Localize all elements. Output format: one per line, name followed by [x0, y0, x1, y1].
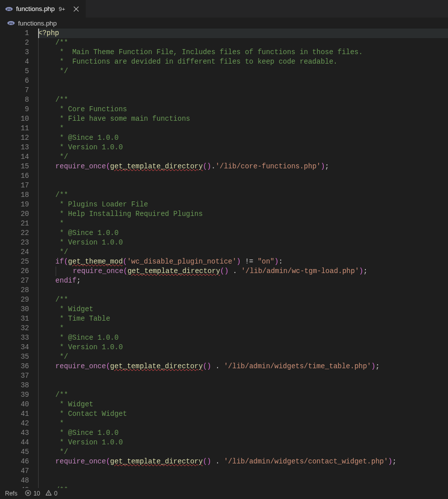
line-number[interactable]: 14: [7, 152, 29, 162]
code-line[interactable]: *: [38, 124, 448, 133]
line-number[interactable]: 2: [7, 38, 29, 48]
code-line[interactable]: *: [38, 324, 448, 333]
code-line[interactable]: */: [38, 67, 448, 76]
tab-close-button[interactable]: [72, 5, 80, 13]
code-line[interactable]: * @Since 1.0.0: [38, 133, 448, 143]
glyph-margin[interactable]: [0, 29, 7, 488]
line-number[interactable]: 28: [7, 286, 29, 295]
minimap[interactable]: [441, 29, 448, 488]
editor-tab-functions[interactable]: php functions.php 9+: [0, 0, 86, 18]
line-number[interactable]: 33: [7, 333, 29, 343]
code-line[interactable]: * Plugins Loader File: [38, 200, 448, 209]
code-line[interactable]: [38, 381, 448, 390]
code-line[interactable]: /**: [38, 390, 448, 400]
code-line[interactable]: require_once(get_template_directory() . …: [38, 457, 448, 466]
code-line[interactable]: [38, 171, 448, 181]
code-line[interactable]: * @Since 1.0.0: [38, 428, 448, 438]
code-line[interactable]: * Version 1.0.0: [38, 343, 448, 352]
code-line[interactable]: [38, 371, 448, 381]
line-number[interactable]: 23: [7, 238, 29, 247]
line-number-gutter[interactable]: 1234567891011121314151617181920212223242…: [7, 29, 38, 488]
line-number[interactable]: 29: [7, 295, 29, 305]
line-number[interactable]: 13: [7, 143, 29, 152]
code-line[interactable]: [38, 286, 448, 295]
code-line[interactable]: */: [38, 152, 448, 162]
code-line[interactable]: * Widget: [38, 305, 448, 314]
code-line[interactable]: [38, 466, 448, 476]
line-number[interactable]: 46: [7, 457, 29, 466]
line-number[interactable]: 38: [7, 381, 29, 390]
code-line[interactable]: * Time Table: [38, 314, 448, 324]
line-number[interactable]: 39: [7, 390, 29, 400]
line-number[interactable]: 40: [7, 400, 29, 409]
line-number[interactable]: 26: [7, 267, 29, 276]
breadcrumb[interactable]: php functions.php: [0, 18, 448, 29]
code-line[interactable]: * Core Functions: [38, 105, 448, 114]
line-number[interactable]: 47: [7, 466, 29, 476]
code-line[interactable]: * File have some main functions: [38, 114, 448, 124]
line-number[interactable]: 10: [7, 114, 29, 124]
code-line[interactable]: * @Since 1.0.0: [38, 228, 448, 238]
line-number[interactable]: 1: [7, 29, 29, 38]
line-number[interactable]: 42: [7, 419, 29, 428]
line-number[interactable]: 41: [7, 409, 29, 419]
line-number[interactable]: 34: [7, 343, 29, 352]
line-number[interactable]: 19: [7, 200, 29, 209]
code-line[interactable]: * Contact Widget: [38, 409, 448, 419]
line-number[interactable]: 20: [7, 209, 29, 219]
code-line[interactable]: /**: [38, 95, 448, 105]
line-number[interactable]: 16: [7, 171, 29, 181]
code-line[interactable]: <?php: [38, 29, 448, 38]
line-number[interactable]: 12: [7, 133, 29, 143]
line-number[interactable]: 24: [7, 247, 29, 257]
code-line[interactable]: * Functions are devided in different fil…: [38, 57, 448, 67]
line-number[interactable]: 25: [7, 257, 29, 267]
code-line[interactable]: /**: [38, 38, 448, 48]
line-number[interactable]: 32: [7, 324, 29, 333]
line-number[interactable]: 27: [7, 276, 29, 286]
code-line[interactable]: /**: [38, 190, 448, 200]
code-line[interactable]: [38, 181, 448, 190]
code-line[interactable]: require_once(get_template_directory().'/…: [38, 162, 448, 171]
line-number[interactable]: 11: [7, 124, 29, 133]
line-number[interactable]: 3: [7, 48, 29, 57]
line-number[interactable]: 35: [7, 352, 29, 362]
line-number[interactable]: 15: [7, 162, 29, 171]
line-number[interactable]: 21: [7, 219, 29, 228]
code-line[interactable]: [38, 476, 448, 485]
line-number[interactable]: 18: [7, 190, 29, 200]
code-line[interactable]: *: [38, 419, 448, 428]
line-number[interactable]: 37: [7, 371, 29, 381]
status-refs[interactable]: Refs: [5, 490, 18, 497]
line-number[interactable]: 31: [7, 314, 29, 324]
line-number[interactable]: 44: [7, 438, 29, 447]
code-line[interactable]: * @Since 1.0.0: [38, 333, 448, 343]
line-number[interactable]: 8: [7, 95, 29, 105]
line-number[interactable]: 4: [7, 57, 29, 67]
code-line[interactable]: * Widget: [38, 400, 448, 409]
code-line[interactable]: [38, 86, 448, 95]
line-number[interactable]: 22: [7, 228, 29, 238]
line-number[interactable]: 36: [7, 362, 29, 371]
code-line[interactable]: [38, 76, 448, 86]
code-line[interactable]: */: [38, 247, 448, 257]
line-number[interactable]: 7: [7, 86, 29, 95]
line-number[interactable]: 43: [7, 428, 29, 438]
code-content[interactable]: <?php /** * Main Theme Function File, In…: [38, 29, 448, 488]
line-number[interactable]: 30: [7, 305, 29, 314]
code-line[interactable]: * Help Installing Required Plugins: [38, 209, 448, 219]
code-line[interactable]: if(get_theme_mod('wc_disable_plugin_noti…: [38, 257, 448, 267]
code-line[interactable]: * Version 1.0.0: [38, 438, 448, 447]
code-line[interactable]: require_once(get_template_directory() . …: [38, 362, 448, 371]
code-line[interactable]: /**: [38, 295, 448, 305]
code-line[interactable]: endif;: [38, 276, 448, 286]
line-number[interactable]: 9: [7, 105, 29, 114]
status-problems[interactable]: 10 0: [25, 489, 58, 498]
code-line[interactable]: * Version 1.0.0: [38, 143, 448, 152]
code-line[interactable]: */: [38, 447, 448, 457]
line-number[interactable]: 6: [7, 76, 29, 86]
line-number[interactable]: 45: [7, 447, 29, 457]
line-number[interactable]: 5: [7, 67, 29, 76]
code-line[interactable]: */: [38, 352, 448, 362]
code-line[interactable]: require_once(get_template_directory() . …: [38, 267, 448, 276]
